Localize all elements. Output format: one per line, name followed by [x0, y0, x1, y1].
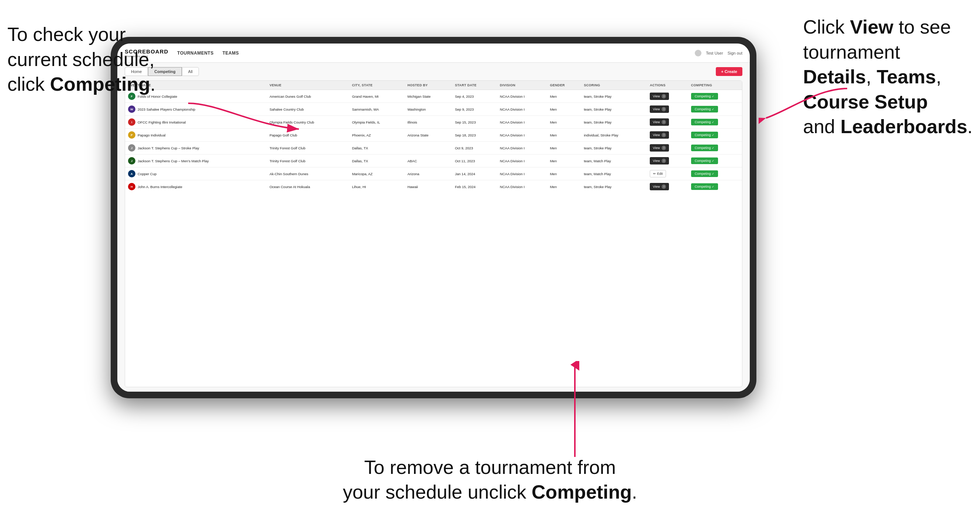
view-button[interactable]: View i	[650, 144, 669, 152]
view-button[interactable]: View i	[650, 92, 669, 100]
col-hosted-by: HOSTED BY	[404, 81, 452, 90]
cell-actions: View i	[647, 103, 688, 116]
cell-division: NCAA Division I	[497, 180, 547, 193]
cell-start-date: Feb 15, 2024	[452, 180, 497, 193]
cell-competing: Competing ✓	[688, 103, 742, 116]
cell-actions: View i	[647, 90, 688, 103]
view-button[interactable]: View i	[650, 183, 669, 190]
navbar: SCOREBOARD Powered by clippi TOURNAMENTS…	[117, 43, 750, 63]
cell-city-state: Grand Haven, MI	[349, 90, 404, 103]
nav-teams[interactable]: TEAMS	[223, 51, 239, 56]
cell-hosted-by: Arizona	[404, 167, 452, 180]
cell-gender: Men	[547, 103, 581, 116]
cell-competing: Competing ✓	[688, 180, 742, 193]
cell-scoring: team, Match Play	[581, 154, 647, 167]
cell-hosted-by: ABAC	[404, 154, 452, 167]
view-button[interactable]: View i	[650, 131, 669, 139]
edit-button[interactable]: ✏ Edit	[650, 170, 666, 178]
cell-hosted-by: Hawaii	[404, 180, 452, 193]
cell-scoring: team, Stroke Play	[581, 90, 647, 103]
cell-actions: ✏ Edit	[647, 167, 688, 180]
nav-links: TOURNAMENTS TEAMS	[177, 51, 695, 56]
cell-start-date: Sep 4, 2023	[452, 90, 497, 103]
cell-venue: Ocean Course At Hokuala	[266, 180, 349, 193]
cell-division: NCAA Division I	[497, 103, 547, 116]
competing-button[interactable]: Competing ✓	[691, 170, 718, 177]
cell-gender: Men	[547, 167, 581, 180]
cell-city-state: Sammamish, WA	[349, 103, 404, 116]
competing-button[interactable]: Competing ✓	[691, 157, 718, 164]
signout-link[interactable]: Sign out	[728, 51, 742, 55]
view-button[interactable]: View i	[650, 118, 669, 126]
cell-scoring: individual, Stroke Play	[581, 129, 647, 141]
col-city-state: CITY, STATE	[349, 81, 404, 90]
cell-event-name: J Jackson T. Stephens Cup – Stroke Play	[125, 141, 266, 154]
col-division: DIVISION	[497, 81, 547, 90]
table-row: J Jackson T. Stephens Cup – Men's Match …	[125, 154, 742, 167]
user-label: Test User	[706, 51, 723, 55]
competing-button[interactable]: Competing ✓	[691, 106, 718, 113]
col-start-date: START DATE	[452, 81, 497, 90]
cell-hosted-by: Washington	[404, 103, 452, 116]
cell-start-date: Sep 15, 2023	[452, 116, 497, 129]
cell-city-state: Maricopa, AZ	[349, 167, 404, 180]
col-actions: ACTIONS	[647, 81, 688, 90]
cell-gender: Men	[547, 154, 581, 167]
competing-button[interactable]: Competing ✓	[691, 93, 718, 100]
cell-scoring: team, Stroke Play	[581, 116, 647, 129]
cell-gender: Men	[547, 116, 581, 129]
col-competing: COMPETING	[688, 81, 742, 90]
cell-start-date: Sep 9, 2023	[452, 103, 497, 116]
filter-all[interactable]: All	[182, 67, 199, 76]
cell-city-state: Dallas, TX	[349, 141, 404, 154]
arrow-to-competing-buttons	[564, 361, 586, 457]
view-button[interactable]: View i	[650, 105, 669, 113]
cell-scoring: team, Match Play	[581, 167, 647, 180]
cell-gender: Men	[547, 90, 581, 103]
cell-competing: Competing ✓	[688, 90, 742, 103]
competing-button[interactable]: Competing ✓	[691, 119, 718, 125]
table-row: H John A. Burns Intercollegiate Ocean Co…	[125, 180, 742, 193]
cell-hosted-by: Michigan State	[404, 90, 452, 103]
view-button[interactable]: View i	[650, 157, 669, 165]
cell-actions: View i	[647, 129, 688, 141]
cell-hosted-by: Illinois	[404, 116, 452, 129]
col-gender: GENDER	[547, 81, 581, 90]
cell-event-name: J Jackson T. Stephens Cup – Men's Match …	[125, 154, 266, 167]
table-row: A Copper Cup Ak-Chin Southern DunesMaric…	[125, 167, 742, 180]
create-button[interactable]: + Create	[716, 67, 742, 76]
filter-bar: Home Competing All + Create	[125, 67, 742, 76]
cell-competing: Competing ✓	[688, 167, 742, 180]
table-header-row: EVENT NAME VENUE CITY, STATE HOSTED BY S…	[125, 81, 742, 90]
cell-division: NCAA Division I	[497, 154, 547, 167]
cell-venue: Trinity Forest Golf Club	[266, 141, 349, 154]
competing-button[interactable]: Competing ✓	[691, 144, 718, 151]
nav-tournaments[interactable]: TOURNAMENTS	[177, 51, 214, 56]
cell-division: NCAA Division I	[497, 90, 547, 103]
cell-start-date: Oct 9, 2023	[452, 141, 497, 154]
cell-start-date: Oct 11, 2023	[452, 154, 497, 167]
cell-venue: Trinity Forest Golf Club	[266, 154, 349, 167]
cell-hosted-by: Arizona State	[404, 129, 452, 141]
cell-gender: Men	[547, 180, 581, 193]
cell-scoring: team, Stroke Play	[581, 103, 647, 116]
cell-start-date: Sep 18, 2023	[452, 129, 497, 141]
cell-competing: Competing ✓	[688, 116, 742, 129]
cell-city-state: Olympia Fields, IL	[349, 116, 404, 129]
competing-button[interactable]: Competing ✓	[691, 132, 718, 138]
annotation-top-left: To check your current schedule, click Co…	[7, 22, 156, 97]
cell-division: NCAA Division I	[497, 116, 547, 129]
cell-competing: Competing ✓	[688, 129, 742, 141]
arrow-to-competing-tab	[181, 96, 306, 140]
user-icon	[695, 50, 702, 56]
cell-venue: Ak-Chin Southern Dunes	[266, 167, 349, 180]
cell-city-state: Dallas, TX	[349, 154, 404, 167]
table-row: J Jackson T. Stephens Cup – Stroke Play …	[125, 141, 742, 154]
cell-event-name: A Copper Cup	[125, 167, 266, 180]
cell-division: NCAA Division I	[497, 129, 547, 141]
cell-actions: View i	[647, 116, 688, 129]
cell-scoring: team, Stroke Play	[581, 180, 647, 193]
cell-division: NCAA Division I	[497, 141, 547, 154]
competing-button[interactable]: Competing ✓	[691, 183, 718, 190]
cell-gender: Men	[547, 141, 581, 154]
